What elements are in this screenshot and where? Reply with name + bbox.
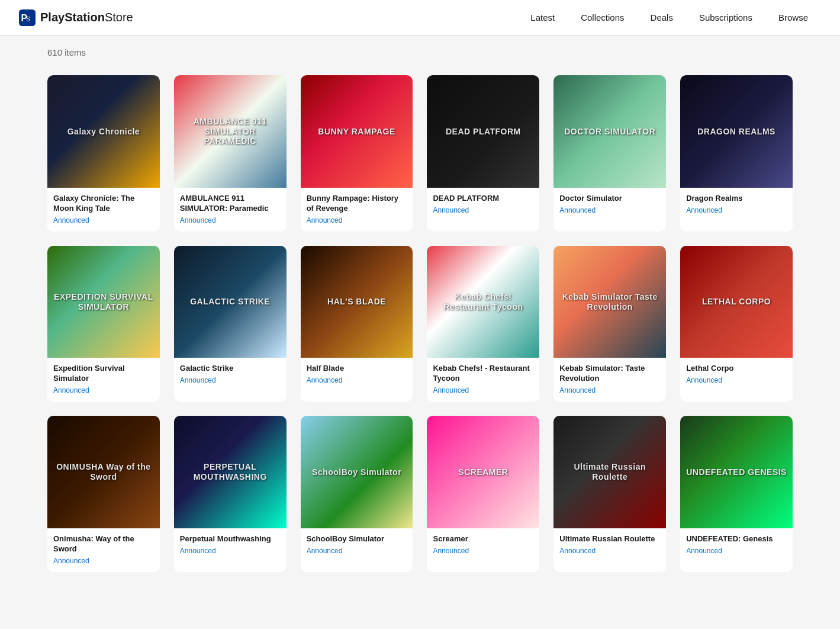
game-thumb-label: SCREAMER — [427, 416, 539, 528]
game-thumbnail: PERPETUAL MOUTHWASHING — [174, 416, 287, 528]
game-status: Announced — [559, 547, 660, 555]
game-card-dead-platform[interactable]: DEAD PLATFORM DEAD PLATFORM Announced — [427, 75, 539, 232]
svg-text:S: S — [26, 15, 30, 23]
game-info: UNDEFEATED: Genesis Announced — [680, 528, 793, 562]
game-thumbnail: HAL'S BLADE — [301, 246, 413, 358]
game-title: DEAD PLATFORM — [433, 194, 533, 204]
game-card-galactic-strike[interactable]: GALACTIC STRIKE Galactic Strike Announce… — [174, 246, 287, 402]
playstation-store-logo[interactable]: P S PlayStationStore — [19, 9, 133, 26]
game-card-ambulance-911[interactable]: AMBULANCE 911 SIMULATOR PARAMEDIC AMBULA… — [174, 75, 287, 232]
game-info: Dragon Realms Announced — [680, 188, 793, 222]
game-status: Announced — [180, 376, 281, 384]
game-title: Dragon Realms — [686, 194, 787, 204]
game-thumbnail: Ultimate Russian Roulette — [553, 416, 666, 528]
game-status: Announced — [307, 376, 407, 384]
game-title: Expedition Survival Simulator — [53, 364, 154, 384]
game-title: Lethal Corpo — [686, 364, 787, 374]
game-thumbnail: ONIMUSHA Way of the Sword — [47, 416, 160, 528]
game-card-doctor-simulator[interactable]: DOCTOR SIMULATOR Doctor Simulator Announ… — [553, 75, 666, 232]
game-title: Galaxy Chronicle: The Moon King Tale — [53, 194, 154, 214]
logo-playstation: PlayStation — [40, 11, 105, 24]
game-thumb-label: EXPEDITION SURVIVAL SIMULATOR — [47, 246, 160, 358]
game-thumbnail: Galaxy Chronicle — [47, 75, 160, 188]
game-title: Kebab Simulator: Taste Revolution — [559, 364, 660, 384]
game-info: Perpetual Mouthwashing Announced — [174, 528, 287, 562]
logo-store: Store — [105, 11, 133, 24]
game-card-ultimate-russian-roulette[interactable]: Ultimate Russian Roulette Ultimate Russi… — [553, 416, 666, 572]
game-card-screamer[interactable]: SCREAMER Screamer Announced — [427, 416, 539, 572]
game-status: Announced — [559, 386, 660, 394]
game-thumbnail: SchoolBoy Simulator — [301, 416, 413, 528]
items-count: 610 items — [0, 36, 840, 63]
game-title: Kebab Chefs! - Restaurant Tycoon — [433, 364, 533, 384]
game-thumb-label: DOCTOR SIMULATOR — [553, 75, 666, 188]
game-status: Announced — [307, 547, 407, 555]
nav-subscriptions[interactable]: Subscriptions — [686, 8, 765, 27]
game-thumbnail: Kebab Chefs! Restaurant Tycoon — [427, 246, 539, 358]
game-info: Onimusha: Way of the Sword Announced — [47, 528, 160, 572]
game-status: Announced — [686, 547, 787, 555]
nav-deals[interactable]: Deals — [638, 8, 686, 27]
game-title: Perpetual Mouthwashing — [180, 534, 281, 544]
game-card-perpetual-mouthwashing[interactable]: PERPETUAL MOUTHWASHING Perpetual Mouthwa… — [174, 416, 287, 572]
game-thumb-label: Kebab Chefs! Restaurant Tycoon — [427, 246, 539, 358]
game-thumbnail: UNDEFEATED GENESIS — [680, 416, 793, 528]
game-thumb-label: LETHAL CORPO — [680, 246, 793, 358]
game-thumb-label: Kebab Simulator Taste Revolution — [553, 246, 666, 358]
game-thumbnail: Kebab Simulator Taste Revolution — [553, 246, 666, 358]
game-status: Announced — [686, 376, 787, 384]
ps-logo-icon: P S — [19, 9, 36, 26]
game-card-half-blade[interactable]: HAL'S BLADE Half Blade Announced — [301, 246, 413, 402]
game-title: Half Blade — [307, 364, 407, 374]
game-info: Galactic Strike Announced — [174, 358, 287, 391]
game-card-galaxy-chronicle[interactable]: Galaxy Chronicle Galaxy Chronicle: The M… — [47, 75, 160, 232]
game-grid: Galaxy Chronicle Galaxy Chronicle: The M… — [0, 63, 840, 596]
game-card-bunny-rampage[interactable]: BUNNY RAMPAGE Bunny Rampage: History of … — [301, 75, 413, 232]
game-thumbnail: DRAGON REALMS — [680, 75, 793, 188]
game-card-kebab-simulator[interactable]: Kebab Simulator Taste Revolution Kebab S… — [553, 246, 666, 402]
game-card-dragon-realms[interactable]: DRAGON REALMS Dragon Realms Announced — [680, 75, 793, 232]
game-thumb-label: GALACTIC STRIKE — [174, 246, 287, 358]
game-info: AMBULANCE 911 SIMULATOR: Paramedic Annou… — [174, 188, 287, 232]
game-status: Announced — [180, 216, 281, 224]
game-info: Galaxy Chronicle: The Moon King Tale Ann… — [47, 188, 160, 232]
game-info: Lethal Corpo Announced — [680, 358, 793, 391]
game-info: Ultimate Russian Roulette Announced — [553, 528, 666, 562]
game-card-expedition-survival[interactable]: EXPEDITION SURVIVAL SIMULATOR Expedition… — [47, 246, 160, 402]
game-thumb-label: AMBULANCE 911 SIMULATOR PARAMEDIC — [174, 75, 287, 188]
game-info: DEAD PLATFORM Announced — [427, 188, 539, 222]
game-title: Doctor Simulator — [559, 194, 660, 204]
game-card-onimusha[interactable]: ONIMUSHA Way of the Sword Onimusha: Way … — [47, 416, 160, 572]
game-thumb-label: Galaxy Chronicle — [47, 75, 160, 188]
game-thumb-label: PERPETUAL MOUTHWASHING — [174, 416, 287, 528]
game-thumbnail: AMBULANCE 911 SIMULATOR PARAMEDIC — [174, 75, 287, 188]
game-title: Galactic Strike — [180, 364, 281, 374]
game-title: Ultimate Russian Roulette — [559, 534, 660, 544]
game-card-undefeated-genesis[interactable]: UNDEFEATED GENESIS UNDEFEATED: Genesis A… — [680, 416, 793, 572]
game-info: Doctor Simulator Announced — [553, 188, 666, 222]
game-card-lethal-corpo[interactable]: LETHAL CORPO Lethal Corpo Announced — [680, 246, 793, 402]
game-thumb-label: BUNNY RAMPAGE — [301, 75, 413, 188]
nav-collections[interactable]: Collections — [568, 8, 637, 27]
game-info: Bunny Rampage: History of Revenge Announ… — [301, 188, 413, 232]
game-info: Kebab Chefs! - Restaurant Tycoon Announc… — [427, 358, 539, 402]
game-info: Kebab Simulator: Taste Revolution Announ… — [553, 358, 666, 402]
game-card-kebab-chefs[interactable]: Kebab Chefs! Restaurant Tycoon Kebab Che… — [427, 246, 539, 402]
game-title: Screamer — [433, 534, 533, 544]
nav-browse[interactable]: Browse — [765, 8, 821, 27]
game-title: Onimusha: Way of the Sword — [53, 534, 154, 554]
game-card-schoolboy-simulator[interactable]: SchoolBoy Simulator SchoolBoy Simulator … — [301, 416, 413, 572]
game-thumbnail: EXPEDITION SURVIVAL SIMULATOR — [47, 246, 160, 358]
game-thumb-label: SchoolBoy Simulator — [301, 416, 413, 528]
header: P S PlayStationStore Latest Collections … — [0, 0, 840, 36]
game-info: Expedition Survival Simulator Announced — [47, 358, 160, 402]
game-status: Announced — [53, 557, 154, 565]
game-status: Announced — [307, 216, 407, 224]
game-status: Announced — [433, 386, 533, 394]
nav-latest[interactable]: Latest — [517, 8, 568, 27]
game-thumb-label: UNDEFEATED GENESIS — [680, 416, 793, 528]
game-info: Half Blade Announced — [301, 358, 413, 391]
game-status: Announced — [53, 216, 154, 224]
game-thumb-label: DEAD PLATFORM — [427, 75, 539, 188]
game-status: Announced — [433, 547, 533, 555]
